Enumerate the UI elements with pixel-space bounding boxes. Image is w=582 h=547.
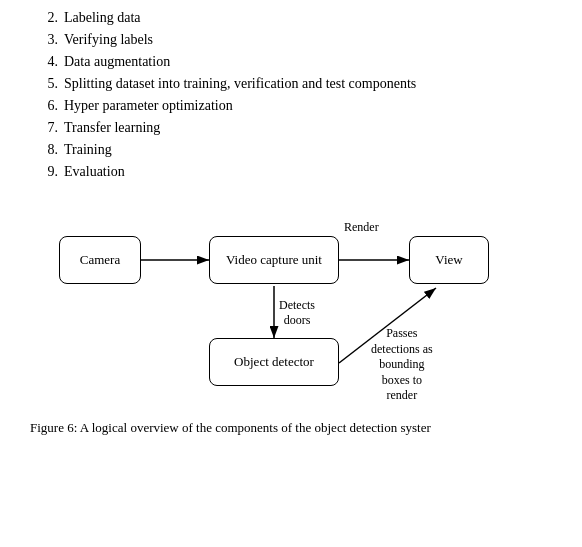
list-item: 7.Transfer learning [30, 120, 552, 136]
list-item-num: 2. [30, 10, 58, 26]
list-item: 2.Labeling data [30, 10, 552, 26]
list-item-text: Splitting dataset into training, verific… [64, 76, 416, 92]
list-item-text: Hyper parameter optimization [64, 98, 233, 114]
list-item-num: 9. [30, 164, 58, 180]
figure-caption: Figure 6: A logical overview of the comp… [30, 420, 552, 436]
object-detector-box: Object detector [209, 338, 339, 386]
list-item-text: Training [64, 142, 112, 158]
list-item-num: 5. [30, 76, 58, 92]
list-item-num: 8. [30, 142, 58, 158]
list-item: 5.Splitting dataset into training, verif… [30, 76, 552, 92]
list-item-num: 4. [30, 54, 58, 70]
render-label: Render [344, 220, 379, 235]
diagram: Camera Video capture unit View Object de… [41, 198, 541, 408]
list-item-text: Labeling data [64, 10, 141, 26]
list-item-num: 7. [30, 120, 58, 136]
list-item-num: 3. [30, 32, 58, 48]
detects-label: Detects doors [279, 298, 315, 328]
list-item: 4.Data augmentation [30, 54, 552, 70]
passes-label: Passes detections as bounding boxes to r… [371, 326, 433, 404]
numbered-list: 2.Labeling data3.Verifying labels4.Data … [30, 10, 552, 180]
list-item: 8.Training [30, 142, 552, 158]
video-label: Video capture unit [226, 252, 322, 268]
caption-text: Figure 6: A logical overview of the comp… [30, 420, 431, 435]
list-item: 3.Verifying labels [30, 32, 552, 48]
camera-box: Camera [59, 236, 141, 284]
list-item-text: Verifying labels [64, 32, 153, 48]
camera-label: Camera [80, 252, 120, 268]
view-box: View [409, 236, 489, 284]
list-item-text: Transfer learning [64, 120, 160, 136]
list-item: 9.Evaluation [30, 164, 552, 180]
video-capture-box: Video capture unit [209, 236, 339, 284]
view-label: View [435, 252, 462, 268]
list-item-text: Data augmentation [64, 54, 170, 70]
list-item-num: 6. [30, 98, 58, 114]
list-item: 6.Hyper parameter optimization [30, 98, 552, 114]
list-item-text: Evaluation [64, 164, 125, 180]
object-label: Object detector [234, 354, 314, 370]
